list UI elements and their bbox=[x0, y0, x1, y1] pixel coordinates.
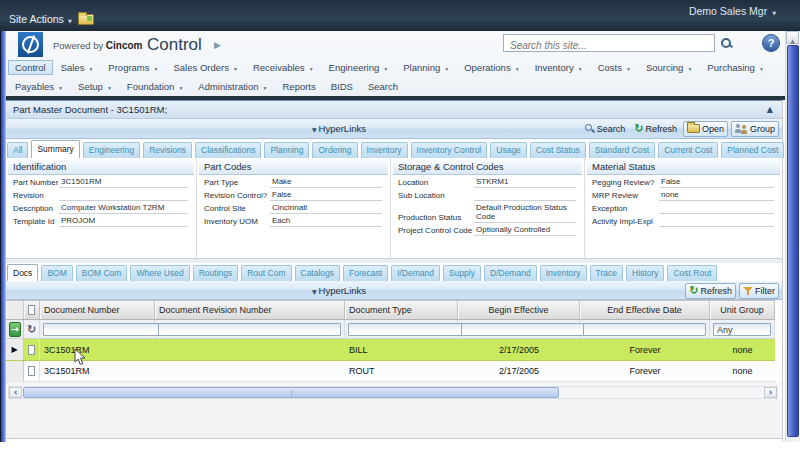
menu-item-operations[interactable]: Operations bbox=[457, 60, 526, 75]
tab-usage[interactable]: Usage bbox=[490, 142, 527, 158]
menu-item-costs[interactable]: Costs bbox=[591, 60, 638, 75]
search-icon[interactable] bbox=[720, 37, 733, 50]
field-value[interactable]: 3C1501RM bbox=[59, 177, 188, 188]
filter-input-end-effective-date[interactable] bbox=[583, 323, 706, 336]
tab-cost-status[interactable]: Cost Status bbox=[530, 142, 586, 158]
menu-item-receivables[interactable]: Receivables bbox=[246, 60, 321, 75]
search-button[interactable]: Search bbox=[582, 121, 629, 137]
filter-button[interactable]: Filter bbox=[739, 283, 779, 299]
tab-revisions[interactable]: Revisions bbox=[143, 142, 192, 158]
row-checkbox[interactable] bbox=[28, 366, 35, 376]
refresh-button[interactable]: Refresh bbox=[685, 283, 736, 299]
field-value[interactable] bbox=[474, 190, 576, 201]
tab-cost-rout[interactable]: Cost Rout bbox=[667, 265, 717, 281]
column-header-document-type[interactable]: Document Type bbox=[345, 301, 458, 319]
hyperlinks-menu[interactable]: HyperLinks bbox=[312, 285, 366, 296]
tab-i-demand[interactable]: I/Demand bbox=[391, 265, 440, 281]
field-value[interactable]: Cincinnati bbox=[270, 203, 382, 214]
tab-where-used[interactable]: Where Used bbox=[130, 265, 189, 281]
field-value[interactable]: Each bbox=[270, 216, 382, 227]
column-header-end-effective-date[interactable]: End Effective Date bbox=[580, 301, 710, 319]
tab-summary[interactable]: Summary bbox=[31, 140, 79, 158]
section-header[interactable]: Part Master Document - 3C1501RM; bbox=[6, 100, 782, 119]
tab-planning[interactable]: Planning bbox=[264, 142, 309, 158]
tab-all[interactable]: All bbox=[7, 142, 28, 158]
help-icon[interactable] bbox=[762, 34, 780, 52]
tab-ordering[interactable]: Ordering bbox=[312, 142, 357, 158]
column-header-document-revision-number[interactable]: Document Revision Number bbox=[155, 301, 345, 319]
tab-inventory[interactable]: Inventory bbox=[540, 265, 587, 281]
tab-docs[interactable]: Docs bbox=[7, 264, 38, 281]
tab-catalogs[interactable]: Catalogs bbox=[295, 265, 341, 281]
table-row[interactable]: 3C1501RMROUT2/17/2005Forevernone bbox=[6, 361, 775, 382]
folder-icon[interactable] bbox=[78, 14, 94, 25]
field-value[interactable]: Default Production Status Code bbox=[474, 203, 576, 223]
table-row[interactable]: 3C1501RMBILL2/17/2005Forevernone bbox=[6, 339, 775, 361]
field-value[interactable] bbox=[659, 203, 774, 214]
refresh-icon[interactable] bbox=[27, 324, 36, 335]
menu-item-planning[interactable]: Planning bbox=[396, 60, 456, 75]
menu-item-sales[interactable]: Sales bbox=[54, 60, 101, 75]
scrollbar-thumb[interactable] bbox=[787, 45, 799, 437]
tab-inventory-control[interactable]: Inventory Control bbox=[411, 142, 488, 158]
open-button[interactable]: Open bbox=[683, 121, 728, 137]
scroll-up-icon[interactable] bbox=[786, 31, 799, 44]
field-value[interactable] bbox=[59, 190, 188, 201]
menu-item-payables[interactable]: Payables bbox=[8, 79, 70, 94]
refresh-button[interactable]: Refresh bbox=[631, 121, 680, 137]
field-value[interactable]: False bbox=[659, 177, 774, 188]
field-value[interactable]: STKRM1 bbox=[474, 177, 576, 188]
field-value[interactable]: False bbox=[270, 190, 382, 201]
menu-item-reports[interactable]: Reports bbox=[275, 79, 322, 94]
menu-item-programs[interactable]: Programs bbox=[101, 60, 165, 75]
tab-trace[interactable]: Trace bbox=[590, 265, 623, 281]
menu-item-sourcing[interactable]: Sourcing bbox=[639, 60, 699, 75]
tab-inventory[interactable]: Inventory bbox=[361, 142, 408, 158]
scroll-right-icon[interactable] bbox=[764, 387, 777, 398]
tab-supply[interactable]: Supply bbox=[443, 265, 481, 281]
tab-history[interactable]: History bbox=[626, 265, 664, 281]
tab-bom[interactable]: BOM bbox=[41, 265, 72, 281]
field-value[interactable]: PROJOM bbox=[59, 216, 188, 227]
field-value[interactable]: Make bbox=[270, 177, 382, 188]
menu-item-sales-orders[interactable]: Sales Orders bbox=[166, 60, 244, 75]
tab-engineering[interactable]: Engineering bbox=[83, 142, 140, 158]
tab-standard-cost[interactable]: Standard Cost bbox=[589, 142, 655, 158]
select-all-checkbox[interactable] bbox=[28, 305, 35, 315]
menu-item-administration[interactable]: Administration bbox=[191, 79, 274, 94]
scroll-left-icon[interactable] bbox=[9, 387, 22, 398]
user-menu[interactable]: Demo Sales Mgr bbox=[689, 5, 776, 17]
filter-input-document-type[interactable] bbox=[348, 323, 471, 336]
column-header-unit-group[interactable]: Unit Group bbox=[710, 301, 775, 319]
field-value[interactable]: Computer Workstation T2RM bbox=[59, 203, 188, 214]
filter-input-begin-effective[interactable] bbox=[461, 323, 584, 336]
tab-current-cost[interactable]: Current Cost bbox=[658, 142, 718, 158]
menu-item-inventory[interactable]: Inventory bbox=[528, 60, 590, 75]
tab-forecast[interactable]: Forecast bbox=[343, 265, 388, 281]
menu-item-search[interactable]: Search bbox=[361, 79, 405, 94]
menu-item-foundation[interactable]: Foundation bbox=[120, 79, 191, 94]
field-value[interactable] bbox=[659, 216, 774, 227]
group-button[interactable]: Group bbox=[731, 121, 779, 137]
row-checkbox[interactable] bbox=[28, 345, 35, 355]
menu-item-purchasing[interactable]: Purchasing bbox=[700, 60, 770, 75]
field-value[interactable]: none bbox=[659, 190, 774, 201]
tab-d-demand[interactable]: D/Demand bbox=[484, 265, 537, 281]
horizontal-scrollbar[interactable] bbox=[8, 386, 778, 399]
menu-item-setup[interactable]: Setup bbox=[71, 79, 119, 94]
site-actions-menu[interactable]: Site Actions bbox=[9, 13, 72, 25]
vertical-scrollbar[interactable] bbox=[785, 31, 799, 442]
filter-select-unit-group[interactable]: Any bbox=[713, 323, 771, 336]
tab-routings[interactable]: Routings bbox=[193, 265, 239, 281]
tab-planned-cost[interactable]: Planned Cost bbox=[721, 142, 784, 158]
tab-bom-com[interactable]: BOM Com bbox=[76, 265, 128, 281]
column-header-document-number[interactable]: Document Number bbox=[40, 301, 155, 319]
column-header-begin-effective[interactable]: Begin Effective bbox=[458, 301, 580, 319]
search-input[interactable] bbox=[504, 38, 714, 54]
apply-filter-button[interactable] bbox=[9, 322, 21, 337]
hyperlinks-menu[interactable]: HyperLinks bbox=[312, 123, 366, 134]
filter-input-document-revision-number[interactable] bbox=[158, 323, 341, 336]
field-value[interactable]: Optionally Controlled bbox=[474, 225, 576, 236]
menu-item-engineering[interactable]: Engineering bbox=[322, 60, 396, 75]
filter-input-document-number[interactable] bbox=[43, 323, 166, 336]
